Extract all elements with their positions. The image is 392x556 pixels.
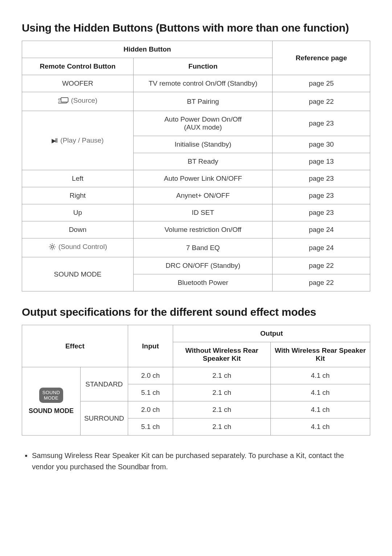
cell-ref: page 25 (273, 75, 370, 92)
section1-title: Using the Hidden Buttons (Buttons with m… (22, 22, 370, 34)
cell-button-playpause: ▶Ⅱ (Play / Pause) (22, 111, 134, 170)
cell-mode-surround: SURROUND (80, 401, 128, 436)
cell-button-source: (Source) (22, 92, 134, 111)
th-input: Input (128, 325, 173, 367)
output-spec-table: Effect Input Output Without Wireless Rea… (22, 325, 370, 436)
cell-function: Anynet+ ON/OFF (133, 187, 273, 204)
cell-ref: page 23 (273, 170, 370, 187)
cell-with: 4.1 ch (270, 384, 370, 401)
cell-function: Auto Power Down On/Off (AUX mode) (133, 111, 273, 136)
th-effect: Effect (22, 325, 128, 367)
table-row: ▶Ⅱ (Play / Pause) Auto Power Down On/Off… (22, 111, 370, 136)
cell-function: DRC ON/OFF (Standby) (133, 257, 273, 274)
cell-button-playpause-label: (Play / Pause) (60, 136, 103, 144)
cell-ref: page 13 (273, 153, 370, 170)
hidden-buttons-table: Hidden Button Reference page Remote Cont… (22, 41, 370, 291)
cell-button-right: Right (22, 187, 134, 204)
cell-with: 4.1 ch (270, 418, 370, 436)
cell-ref: page 22 (273, 274, 370, 291)
cell-without: 2.1 ch (173, 384, 271, 401)
th-reference: Reference page (273, 41, 370, 75)
table-row: Up ID SET page 23 (22, 204, 370, 221)
cell-without: 2.1 ch (173, 401, 271, 418)
table-row: Down Volume restriction On/Off page 24 (22, 221, 370, 238)
th-without: Without Wireless Rear Speaker Kit (173, 342, 271, 367)
cell-input: 2.0 ch (128, 401, 173, 418)
cell-function: Initialise (Standby) (133, 136, 273, 153)
table-row: Right Anynet+ ON/OFF page 23 (22, 187, 370, 204)
cell-ref: page 23 (273, 111, 370, 136)
cell-function: Auto Power Link ON/OFF (133, 170, 273, 187)
cell-ref: page 22 (273, 257, 370, 274)
cell-input: 2.0 ch (128, 367, 173, 384)
table-row: Left Auto Power Link ON/OFF page 23 (22, 170, 370, 187)
cell-function: BT Ready (133, 153, 273, 170)
cell-function: ID SET (133, 204, 273, 221)
cell-mode-standard: STANDARD (80, 367, 128, 401)
cell-ref: page 23 (273, 187, 370, 204)
cell-without: 2.1 ch (173, 367, 271, 384)
svg-rect-0 (61, 98, 68, 102)
table-row: (Source) BT Pairing page 22 (22, 92, 370, 111)
th-function: Function (133, 58, 273, 75)
cell-input: 5.1 ch (128, 384, 173, 401)
cell-button-soundmode: SOUND MODE (22, 257, 134, 291)
effect-label: SOUND MODE (29, 407, 74, 415)
cell-ref: page 23 (273, 204, 370, 221)
cell-button-source-label: (Source) (71, 97, 98, 105)
cell-input: 5.1 ch (128, 418, 173, 436)
th-hidden-button: Hidden Button (22, 41, 273, 58)
cell-button-woofer: WOOFER (22, 75, 134, 92)
cell-ref: page 30 (273, 136, 370, 153)
gear-icon (48, 243, 56, 251)
th-output: Output (173, 325, 370, 342)
th-remote: Remote Control Button (22, 58, 134, 75)
cell-effect: SOUND MODE SOUND MODE (22, 367, 81, 436)
table-row: WOOFER TV remote control On/Off (Standby… (22, 75, 370, 92)
source-icon (58, 97, 69, 105)
cell-function: BT Pairing (133, 92, 273, 111)
cell-button-soundcontrol: (Sound Control) (22, 238, 134, 257)
cell-function: Bluetooth Power (133, 274, 273, 291)
cell-ref: page 22 (273, 92, 370, 111)
table-row: (Sound Control) 7 Band EQ page 24 (22, 238, 370, 257)
sound-mode-button-icon: SOUND MODE (39, 388, 63, 403)
play-pause-icon: ▶Ⅱ (52, 137, 57, 144)
cell-with: 4.1 ch (270, 401, 370, 418)
cell-ref: page 24 (273, 221, 370, 238)
cell-button-left: Left (22, 170, 134, 187)
table-row: SOUND MODE SOUND MODE STANDARD 2.0 ch 2.… (22, 367, 370, 384)
note-list: Samsung Wireless Rear Speaker Kit can be… (22, 450, 370, 473)
cell-button-down: Down (22, 221, 134, 238)
note-item: Samsung Wireless Rear Speaker Kit can be… (32, 450, 370, 473)
cell-function: 7 Band EQ (133, 238, 273, 257)
table-row: SOUND MODE DRC ON/OFF (Standby) page 22 (22, 257, 370, 274)
section2-title: Output specifications for the different … (22, 306, 370, 318)
cell-function: Volume restriction On/Off (133, 221, 273, 238)
cell-with: 4.1 ch (270, 367, 370, 384)
th-with: With Wireless Rear Speaker Kit (270, 342, 370, 367)
cell-function: TV remote control On/Off (Standby) (133, 75, 273, 92)
cell-ref: page 24 (273, 238, 370, 257)
cell-without: 2.1 ch (173, 418, 271, 436)
cell-button-up: Up (22, 204, 134, 221)
cell-button-soundcontrol-label: (Sound Control) (58, 243, 107, 251)
